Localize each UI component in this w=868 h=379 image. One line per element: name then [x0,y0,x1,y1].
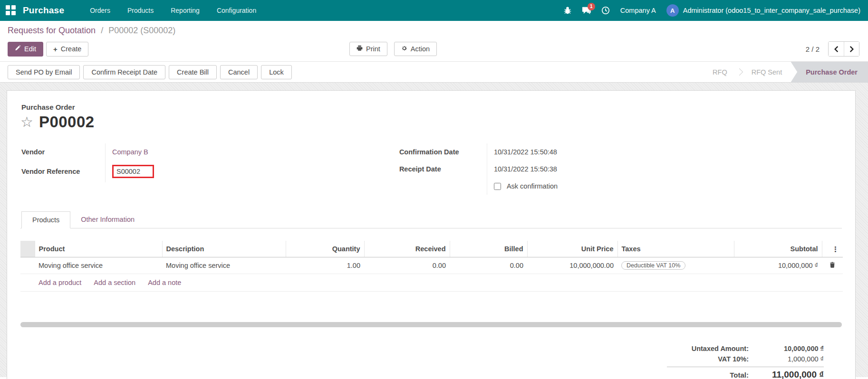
vat-value: 1,000,000 ₫ [761,355,824,363]
main-menu: Orders Products Reporting Configuration [83,1,263,20]
step-purchase-order[interactable]: Purchase Order [791,62,868,83]
table-row[interactable]: Moving office service Moving office serv… [20,257,843,274]
printer-icon [357,45,363,53]
total-label: Total: [730,371,749,379]
horizontal-scrollbar[interactable] [20,322,842,327]
tab-products[interactable]: Products [21,211,70,228]
cell-billed[interactable]: 0.00 [450,257,527,274]
pager-previous-button[interactable] [829,42,844,56]
ask-confirmation-checkbox[interactable] [494,183,501,190]
control-panel: Requests for Quotation / P00002 (S00002)… [0,21,868,61]
statusbar: Send PO by Email Confirm Receipt Date Cr… [0,61,868,83]
form-view-background: Purchase Order ☆ P00002 Vendor Company B… [0,83,868,377]
menu-products[interactable]: Products [121,1,160,20]
form-sheet: Purchase Order ☆ P00002 Vendor Company B… [7,90,856,379]
gear-icon [401,45,407,53]
untaxed-amount-value: 10,000,000 ₫ [761,345,824,352]
app-title[interactable]: Purchase [23,5,64,16]
chevron-right-icon [849,46,854,52]
status-steps: RFQ RFQ Sent Purchase Order [704,62,868,83]
cell-received[interactable]: 0.00 [364,257,450,274]
step-rfq-sent[interactable]: RFQ Sent [743,62,791,83]
plus-icon: + [53,45,58,53]
breadcrumb-parent[interactable]: Requests for Quotation [8,26,96,35]
cell-description[interactable]: Moving office service [162,257,286,274]
receipt-date-value: 10/31/2022 15:50:38 [487,161,842,178]
vendor-value-link[interactable]: Company B [112,148,148,156]
cancel-button[interactable]: Cancel [220,65,258,79]
apps-menu-icon[interactable] [6,5,16,16]
receipt-date-label: Receipt Date [398,161,487,178]
delete-row-icon[interactable] [829,261,836,268]
message-count-badge: 1 [588,3,595,10]
order-lines-table: Product Description Quantity Received Bi… [20,241,843,292]
menu-orders[interactable]: Orders [83,1,117,20]
add-a-section-link[interactable]: Add a section [94,279,135,286]
add-a-note-link[interactable]: Add a note [148,279,181,286]
col-billed[interactable]: Billed [450,241,527,257]
confirmation-date-value: 10/31/2022 15:50:48 [487,143,842,161]
top-navbar: Purchase Orders Products Reporting Confi… [0,0,868,21]
lock-button[interactable]: Lock [261,65,292,79]
debug-bug-icon[interactable] [563,6,572,15]
add-a-product-link[interactable]: Add a product [39,279,81,286]
edit-button[interactable]: Edit [8,42,43,57]
print-button[interactable]: Print [349,42,387,56]
activities-clock-icon[interactable] [601,6,610,15]
col-subtotal[interactable]: Subtotal [734,241,822,257]
avatar: A [666,4,679,17]
table-header-row: Product Description Quantity Received Bi… [20,241,843,257]
col-taxes[interactable]: Taxes [617,241,734,257]
messages-icon[interactable]: 1 [582,6,591,15]
step-chevron-icon [735,68,743,76]
action-button[interactable]: Action [394,42,437,56]
col-quantity[interactable]: Quantity [286,241,364,257]
cell-quantity[interactable]: 1.00 [286,257,364,274]
user-name: Administrator (odoo15_to_inter_company_s… [683,7,860,14]
vendor-label: Vendor [20,143,105,161]
total-value: 11,000,000 ₫ [761,370,824,379]
cell-unit-price[interactable]: 10,000,000.00 [527,257,617,274]
step-rfq[interactable]: RFQ [704,62,736,83]
chevron-left-icon [834,46,839,52]
breadcrumb-current: P00002 (S00002) [108,26,175,35]
col-description[interactable]: Description [162,241,286,257]
menu-configuration[interactable]: Configuration [210,1,263,20]
pager-counter: 2 / 2 [806,45,820,53]
notebook-tabs: Products Other Information [20,211,842,228]
company-switcher[interactable]: Company A [620,7,656,14]
totals-block: Untaxed Amount: 10,000,000 ₫ VAT 10%: 1,… [667,343,824,379]
vendor-reference-label: Vendor Reference [20,161,105,182]
breadcrumb-separator: / [101,26,103,35]
cell-product[interactable]: Moving office service [35,257,162,274]
optional-columns-icon[interactable]: ⋮ [832,246,839,253]
cell-subtotal: 10,000,000 ₫ [734,257,822,274]
col-product[interactable]: Product [35,241,162,257]
menu-reporting[interactable]: Reporting [164,1,206,20]
favorite-star-icon[interactable]: ☆ [20,115,33,129]
breadcrumb: Requests for Quotation / P00002 (S00002) [8,26,860,36]
create-bill-button[interactable]: Create Bill [169,65,217,79]
pager-next-button[interactable] [844,42,859,56]
confirm-receipt-date-button[interactable]: Confirm Receipt Date [83,65,165,79]
ask-confirmation-label: Ask confirmation [507,182,558,190]
doc-type-label: Purchase Order [21,103,842,111]
col-unit-price[interactable]: Unit Price [527,241,617,257]
tax-badge[interactable]: Deductible VAT 10% [621,261,685,270]
vendor-reference-value[interactable]: S00002 [112,165,154,178]
tab-other-information[interactable]: Other Information [70,211,145,228]
col-received[interactable]: Received [364,241,450,257]
confirmation-date-label: Confirmation Date [398,143,487,161]
page-title: P00002 [39,113,95,131]
untaxed-amount-label: Untaxed Amount: [692,345,749,352]
add-line-row: Add a product Add a section Add a note [20,274,843,292]
create-button[interactable]: + Create [46,42,88,57]
vat-label: VAT 10%: [718,355,749,363]
user-menu[interactable]: A Administrator (odoo15_to_inter_company… [666,4,860,17]
pencil-icon [15,45,21,53]
send-po-by-email-button[interactable]: Send PO by Email [8,65,80,79]
